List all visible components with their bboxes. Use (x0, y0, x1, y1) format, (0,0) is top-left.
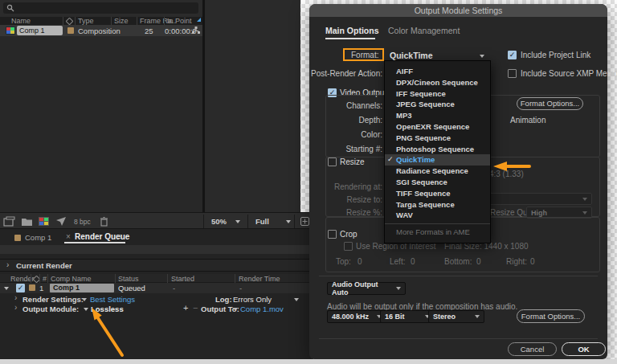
chevron-down-icon (396, 287, 401, 290)
resolution-dropdown[interactable]: Full (255, 217, 269, 226)
starting-number-label: Starting #: (309, 145, 382, 153)
queue-row[interactable]: ✓ 1 Comp 1 Queued - - (0, 283, 313, 293)
twirl-open-icon[interactable] (4, 287, 9, 290)
include-xmp-checkbox[interactable] (508, 69, 517, 78)
interpret-footage-icon[interactable] (4, 217, 14, 226)
video-format-options-button[interactable]: Format Options... (517, 97, 583, 110)
crop-left-value: 0 (411, 257, 415, 266)
menu-item-radiance[interactable]: Radiance Sequence (385, 166, 490, 177)
menu-item-aiff[interactable]: AIFF (385, 66, 490, 77)
column-started[interactable]: Started (171, 275, 194, 283)
ok-button[interactable]: OK (562, 342, 606, 356)
audio-depth-value: 16 Bit (385, 313, 405, 321)
grid-options-icon[interactable] (300, 217, 309, 226)
menu-item-iff[interactable]: IFF Sequence (385, 88, 490, 100)
queue-comp-name-field[interactable]: Comp 1 (50, 284, 114, 292)
chevron-down-icon (235, 220, 240, 223)
network-icon (192, 27, 200, 35)
format-dropdown[interactable]: QuickTime (390, 51, 433, 60)
menu-item-tiff[interactable]: TIFF Sequence (385, 188, 490, 199)
column-size[interactable]: Size (114, 17, 129, 25)
menu-item-dpx[interactable]: DPX/Cineon Sequence (385, 77, 490, 88)
tab-color-management[interactable]: Color Management (388, 26, 460, 35)
current-render-row[interactable]: › Current Render (0, 259, 313, 272)
audio-rate-dropdown[interactable]: 48.000 kHz (327, 310, 386, 323)
comp-name-field[interactable]: Comp 1 (17, 26, 63, 35)
new-composition-icon[interactable] (39, 217, 49, 226)
tab-underline (325, 38, 375, 39)
chevron-down-icon[interactable] (82, 298, 87, 301)
dialog-title[interactable]: Output Module Settings (309, 4, 607, 17)
comp-tab-color (14, 235, 21, 241)
column-in-point[interactable]: In Point (167, 17, 192, 25)
audio-mode-dropdown[interactable]: Audio Output Auto (327, 282, 406, 295)
ok-label: OK (578, 345, 589, 354)
label-color-swatch[interactable] (67, 27, 74, 34)
audio-mode-value: Audio Output Auto (332, 280, 396, 297)
column-comp-name[interactable]: Comp Name (51, 275, 92, 283)
crop-checkbox[interactable] (328, 230, 337, 239)
column-number[interactable]: # (43, 275, 47, 283)
output-to-link[interactable]: Comp 1.mov (240, 305, 284, 313)
chevron-down-icon (475, 315, 480, 318)
menu-item-wav[interactable]: WAV (385, 210, 490, 221)
depth-label: Depth: (309, 116, 382, 125)
expand-icon[interactable]: › (14, 293, 17, 302)
cancel-button[interactable]: Cancel (508, 342, 557, 356)
menu-item-jpeg[interactable]: JPEG Sequence (385, 99, 490, 110)
footage-thumbnail-icon (6, 27, 15, 35)
menu-item-png[interactable]: PNG Sequence (385, 133, 490, 144)
resize-checkbox[interactable] (328, 157, 337, 166)
menu-item-targa[interactable]: Targa Sequence (385, 199, 490, 211)
search-icon (6, 4, 14, 12)
chevron-down-icon (286, 220, 291, 223)
menu-item-quicktime-selected[interactable]: ✓ QuickTime (385, 154, 490, 166)
resize-to-label: Resize to: (309, 195, 382, 204)
add-output-module-button[interactable]: + (183, 303, 188, 313)
menu-item-openexr[interactable]: OpenEXR Sequence (385, 121, 490, 133)
expand-icon[interactable]: › (6, 260, 9, 269)
resize-label: Resize (340, 157, 365, 166)
remove-output-module-button[interactable]: − (193, 303, 198, 313)
column-status[interactable]: Status (118, 275, 139, 283)
format-label: Format: (351, 51, 378, 59)
project-row-comp1[interactable]: Comp 1 Composition 25 0:00:00:0 (0, 25, 202, 36)
menu-item-more-formats[interactable]: More Formats in AME (385, 227, 490, 238)
audio-channels-value: Stereo (433, 313, 456, 321)
queue-status: Queued (118, 284, 145, 292)
label-color-swatch[interactable] (29, 284, 35, 291)
log-dropdown[interactable]: Errors Only (233, 295, 272, 304)
include-project-link-label: Include Project Link (521, 51, 590, 59)
include-project-link-checkbox[interactable]: ✓ (508, 51, 517, 59)
panel-menu-icon[interactable]: ≡ (116, 232, 121, 241)
column-type[interactable]: Type (78, 17, 94, 25)
separator (319, 276, 598, 276)
menu-item-sgi[interactable]: SGI Sequence (385, 177, 490, 188)
tab-main-options[interactable]: Main Options (325, 26, 379, 35)
crop-right-value: 0 (530, 257, 535, 266)
chevron-down-icon (582, 211, 587, 215)
tab-comp1[interactable]: Comp 1 (25, 233, 51, 242)
project-settings-icon[interactable] (56, 217, 66, 226)
new-folder-icon[interactable] (22, 218, 32, 226)
color-label: Color: (309, 130, 382, 139)
audio-format-options-button[interactable]: Format Options... (517, 309, 585, 323)
close-icon[interactable]: × (66, 232, 71, 241)
audio-channels-dropdown[interactable]: Stereo (428, 310, 484, 323)
menu-item-photoshop[interactable]: Photoshop Sequence (385, 144, 490, 155)
crop-bottom-value: 0 (476, 257, 481, 266)
column-render-time[interactable]: Render Time (239, 275, 280, 283)
project-search-input[interactable] (3, 2, 198, 14)
trash-icon[interactable] (100, 217, 108, 226)
column-name[interactable]: Name (11, 17, 31, 25)
menu-item-mp3[interactable]: MP3 (385, 110, 490, 121)
audio-depth-dropdown[interactable]: 16 Bit (380, 310, 435, 323)
bpc-label[interactable]: 8 bpc (74, 218, 91, 226)
render-checkbox[interactable]: ✓ (16, 284, 25, 292)
chevron-down-icon[interactable] (233, 308, 238, 311)
status-bar: 8 bpc 8 bpc 50% Full (0, 212, 313, 229)
render-settings-link[interactable]: Best Settings (90, 295, 135, 304)
tab-render-queue[interactable]: Render Queue (75, 232, 129, 241)
expand-icon[interactable]: › (14, 303, 17, 312)
zoom-level-dropdown[interactable]: 50% (211, 217, 227, 226)
